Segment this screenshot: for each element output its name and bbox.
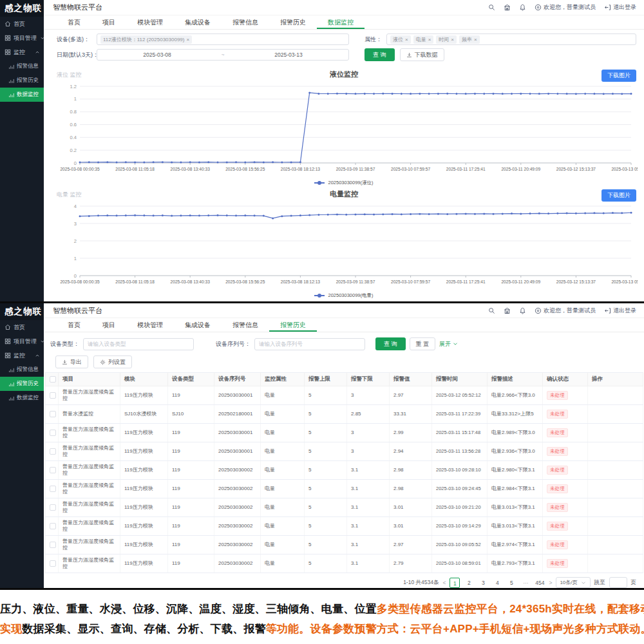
column-settings-button[interactable]: 列设置 — [93, 355, 132, 368]
tag-close-icon[interactable]: × — [428, 37, 431, 43]
tab-首页[interactable]: 首页 — [57, 318, 91, 332]
tab-首页[interactable]: 首页 — [57, 15, 91, 29]
sidebar-subitem-报警信息[interactable]: 报警信息 — [0, 363, 44, 377]
row-checkbox[interactable] — [50, 467, 56, 473]
row-checkbox[interactable] — [50, 560, 56, 567]
row-checkbox[interactable] — [50, 504, 56, 511]
status-badge[interactable]: 未处理 — [547, 447, 568, 455]
status-badge[interactable]: 未处理 — [547, 540, 568, 549]
prev-page-button[interactable]: < — [442, 580, 446, 586]
status-badge[interactable]: 未处理 — [547, 391, 568, 399]
liquid-level-line-chart[interactable]: 00.20.40.60.811.22025-03-08 00:00:352025… — [50, 80, 638, 178]
welcome-user[interactable]: 欢迎您，普量测试员 — [535, 307, 596, 315]
tab-报警信息[interactable]: 报警信息 — [222, 318, 269, 332]
tab-模块管理[interactable]: 模块管理 — [126, 15, 174, 29]
sidebar-subitem-报警信息[interactable]: 报警信息 — [0, 59, 44, 73]
sidebar-subitem-数据监控[interactable]: 数据监控 — [0, 391, 44, 405]
sidebar-subitem-报警历史[interactable]: 报警历史 — [0, 377, 44, 391]
download-data-button[interactable]: 下载数据 — [400, 48, 444, 61]
tab-报警历史[interactable]: 报警历史 — [269, 15, 317, 29]
tab-集成设备[interactable]: 集成设备 — [174, 15, 222, 29]
chart-legend[interactable]: 202503030099(电量) — [50, 291, 638, 299]
jump-page-input[interactable] — [609, 577, 627, 588]
row-checkbox[interactable] — [50, 542, 56, 548]
status-badge[interactable]: 未处理 — [547, 522, 568, 530]
row-checkbox[interactable] — [50, 430, 56, 436]
export-button[interactable]: 导出 — [55, 355, 88, 368]
query-button[interactable]: 查 询 — [375, 337, 406, 350]
row-checkbox[interactable] — [50, 448, 56, 455]
tab-模块管理[interactable]: 模块管理 — [126, 318, 174, 332]
row-checkbox[interactable] — [50, 411, 56, 417]
logout-button[interactable]: 退出登录 — [604, 3, 636, 12]
tab-项目[interactable]: 项目 — [91, 15, 126, 29]
row-checkbox[interactable] — [50, 392, 56, 399]
status-badge[interactable]: 未处理 — [547, 484, 568, 493]
filter-panel: 设备(多选)： 112液位模块：112 (202503030099)× 属性： … — [44, 30, 644, 67]
sidebar-item-项目管理[interactable]: 项目管理 — [0, 31, 44, 45]
page-number-454[interactable]: 454 — [535, 578, 545, 588]
row-checkbox[interactable] — [50, 523, 56, 529]
tab-集成设备[interactable]: 集成设备 — [174, 318, 222, 332]
status-badge[interactable]: 未处理 — [547, 466, 568, 474]
download-image-button[interactable]: 下载图片 — [601, 70, 636, 82]
query-button[interactable]: 查 询 — [365, 48, 395, 61]
expand-link[interactable]: 展开 — [439, 340, 459, 348]
attribute-tag-电量[interactable]: 电量× — [413, 35, 434, 44]
svg-text:2025-03-08 18:12:13: 2025-03-08 18:12:13 — [281, 167, 321, 171]
logout-button[interactable]: 退出登录 — [604, 307, 636, 315]
device-multiselect[interactable]: 112液位模块：112 (202503030099)× — [97, 33, 349, 45]
welcome-user[interactable]: 欢迎您，普量测试员 — [535, 3, 596, 12]
device-tag[interactable]: 112液位模块：112 (202503030099)× — [100, 35, 192, 44]
page-size-select[interactable]: 10条/页 — [556, 577, 590, 588]
select-all-checkbox[interactable] — [50, 376, 56, 383]
tag-close-icon[interactable]: × — [405, 37, 408, 43]
monitor-icon — [5, 352, 11, 359]
status-badge[interactable]: 未处理 — [547, 428, 568, 437]
brand-logo: 感之物联 — [0, 0, 44, 17]
page-number-2[interactable]: 2 — [464, 578, 474, 588]
tab-数据监控[interactable]: 数据监控 — [317, 15, 365, 29]
tab-报警信息[interactable]: 报警信息 — [222, 15, 269, 29]
page-number-5[interactable]: 5 — [506, 578, 516, 588]
tag-close-icon[interactable]: × — [186, 37, 189, 43]
date-range-picker[interactable]: 2025-03-08 ~ 2025-03-13 — [97, 49, 349, 61]
reset-button[interactable]: 重 置 — [410, 337, 436, 350]
page-number-1[interactable]: 1 — [450, 578, 460, 588]
next-page-button[interactable]: > — [549, 580, 552, 586]
attribute-tag-时间[interactable]: 时间× — [436, 35, 457, 44]
sidebar-item-监控[interactable]: 监控 — [0, 45, 44, 59]
device-type-input[interactable] — [83, 338, 194, 350]
serial-input[interactable] — [254, 338, 365, 350]
status-badge[interactable]: 未处理 — [547, 503, 568, 511]
battery-line-chart[interactable]: 012342025-03-08 00:00:352025-03-08 11:05… — [50, 200, 638, 291]
bell-icon[interactable] — [519, 307, 526, 314]
chart-legend[interactable]: 202503030099(液位) — [50, 178, 638, 187]
status-badge[interactable]: 未处理 — [547, 559, 568, 567]
building-icon[interactable] — [504, 307, 511, 314]
sidebar-subitem-报警历史[interactable]: 报警历史 — [0, 73, 44, 88]
building-icon[interactable] — [504, 4, 511, 11]
sidebar-item-首页[interactable]: 首页 — [0, 320, 44, 334]
sidebar-item-项目管理[interactable]: 项目管理 — [0, 334, 44, 348]
search-icon[interactable] — [488, 4, 495, 11]
attribute-tag-频率[interactable]: 频率× — [459, 35, 480, 44]
attribute-tag-液位[interactable]: 液位× — [390, 35, 411, 44]
download-image-button[interactable]: 下载图片 — [601, 189, 636, 202]
tag-close-icon[interactable]: × — [451, 37, 454, 43]
row-checkbox[interactable] — [50, 486, 56, 492]
tag-close-icon[interactable]: × — [474, 37, 477, 43]
bell-icon[interactable] — [519, 4, 526, 11]
tab-项目[interactable]: 项目 — [91, 318, 126, 332]
tab-报警历史[interactable]: 报警历史 — [269, 318, 317, 332]
search-icon[interactable] — [488, 307, 495, 314]
titlebar: 智慧物联云平台 欢迎您，普量测试员 退出登录 — [44, 303, 644, 318]
attribute-multiselect[interactable]: 液位×电量×时间×频率× — [386, 33, 636, 45]
page-number-4[interactable]: 4 — [492, 578, 502, 588]
sidebar-item-监控[interactable]: 监控 — [0, 348, 44, 363]
sidebar-subitem-数据监控[interactable]: 数据监控 — [0, 88, 44, 102]
page-number-3[interactable]: 3 — [478, 578, 488, 588]
sidebar-item-首页[interactable]: 首页 — [0, 17, 44, 31]
status-badge[interactable]: 未处理 — [547, 410, 568, 418]
pagination: 1-10 共4534条<12345···454>10条/页跳至页 — [44, 573, 644, 588]
